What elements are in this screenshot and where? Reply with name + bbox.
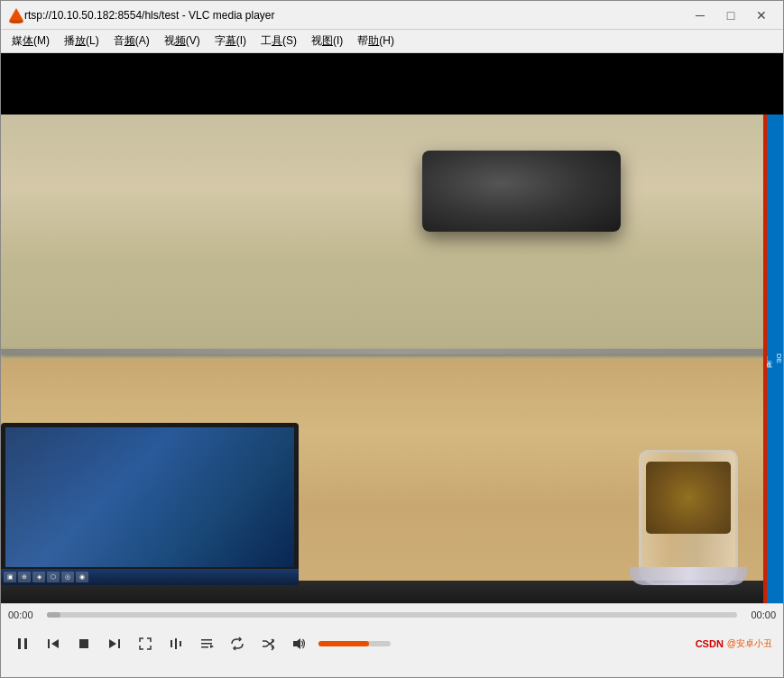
svg-rect-11 xyxy=(201,643,212,645)
menu-media[interactable]: 媒体(M) xyxy=(5,31,57,51)
menu-tools[interactable]: 工具(S) xyxy=(254,31,304,51)
taskbar-icon-3: ◈ xyxy=(32,572,45,582)
svg-rect-4 xyxy=(79,639,88,648)
taskbar-icon-2: ⊕ xyxy=(18,572,31,582)
menu-video[interactable]: 视频(V) xyxy=(157,31,208,51)
time-bar: 00:00 00:00 xyxy=(1,604,783,626)
next-button[interactable] xyxy=(100,631,129,656)
svg-rect-5 xyxy=(118,639,120,648)
svg-rect-0 xyxy=(18,638,21,649)
svg-rect-1 xyxy=(24,638,27,649)
scene-container: ▣ ⊕ ◈ ⬡ ◎ ◉ xyxy=(1,115,783,603)
restore-button[interactable]: □ xyxy=(716,5,745,25)
close-button[interactable]: ✕ xyxy=(747,5,776,25)
stop-button[interactable] xyxy=(69,631,98,656)
svg-rect-7 xyxy=(171,640,172,647)
sidebar-text: DE xyxy=(775,353,783,363)
pause-icon xyxy=(15,637,30,651)
playlist-button[interactable] xyxy=(192,631,221,656)
loop-icon xyxy=(230,637,244,651)
jar-base xyxy=(630,567,747,585)
volume-button[interactable] xyxy=(284,631,313,656)
right-sidebar: DE 正在... xyxy=(767,115,783,603)
random-button[interactable] xyxy=(254,631,282,656)
volume-slider[interactable] xyxy=(318,641,391,646)
vlc-window: rtsp://10.10.50.182:8554/hls/test - VLC … xyxy=(0,0,784,678)
top-black-bar xyxy=(1,53,783,115)
monitor-screen xyxy=(5,427,294,567)
minimize-button[interactable]: ─ xyxy=(686,5,715,25)
next-icon xyxy=(107,637,122,651)
menu-subtitle[interactable]: 字幕(I) xyxy=(208,31,254,51)
menu-audio[interactable]: 音频(A) xyxy=(106,31,157,51)
extended-icon xyxy=(169,637,183,651)
playlist-icon xyxy=(199,637,214,651)
controls-area: 00:00 00:00 xyxy=(1,603,783,677)
monitor: ▣ ⊕ ◈ ⬡ ◎ ◉ xyxy=(1,423,299,585)
jar xyxy=(630,423,747,585)
taskbar-icon-6: ◉ xyxy=(76,572,88,582)
video-area[interactable]: ▣ ⊕ ◈ ⬡ ◎ ◉ DE 正在... xyxy=(1,115,783,603)
transport-bar: CSDN @安卓小丑 xyxy=(1,626,783,662)
pause-button[interactable] xyxy=(8,631,37,656)
title-bar: rtsp://10.10.50.182:8554/hls/test - VLC … xyxy=(1,1,783,30)
vlc-icon xyxy=(8,7,24,23)
svg-rect-10 xyxy=(201,639,212,641)
prev-icon xyxy=(46,637,60,651)
progress-fill xyxy=(47,612,60,618)
time-end: 00:00 xyxy=(744,609,776,620)
fullscreen-button[interactable] xyxy=(131,631,160,656)
progress-track[interactable] xyxy=(47,612,737,618)
svg-marker-13 xyxy=(210,645,214,648)
random-icon xyxy=(261,637,275,651)
menu-view[interactable]: 视图(I) xyxy=(304,31,350,51)
menu-help[interactable]: 帮助(H) xyxy=(350,31,401,51)
loop-button[interactable] xyxy=(223,631,252,656)
time-start: 00:00 xyxy=(8,609,40,620)
volume-fill xyxy=(318,641,369,646)
menu-play[interactable]: 播放(L) xyxy=(57,31,106,51)
volume-icon xyxy=(291,637,306,651)
shelf-device xyxy=(422,151,621,232)
shelf-area xyxy=(1,115,783,359)
svg-rect-12 xyxy=(201,646,208,648)
fullscreen-icon xyxy=(138,637,152,651)
svg-rect-8 xyxy=(175,638,177,649)
csdn-watermark: CSDN @安卓小丑 xyxy=(696,637,776,650)
svg-marker-14 xyxy=(293,638,300,649)
window-controls: ─ □ ✕ xyxy=(686,5,776,25)
shelf-divider xyxy=(1,349,783,354)
monitor-taskbar: ▣ ⊕ ◈ ⬡ ◎ ◉ xyxy=(1,569,299,585)
stop-icon xyxy=(77,637,91,651)
taskbar-icon-1: ▣ xyxy=(4,572,16,582)
svg-rect-9 xyxy=(180,641,181,646)
jar-contents xyxy=(646,462,731,534)
csdn-subtext: @安卓小丑 xyxy=(727,637,772,650)
title-text: rtsp://10.10.50.182:8554/hls/test - VLC … xyxy=(24,9,686,22)
svg-marker-6 xyxy=(109,639,116,648)
svg-rect-2 xyxy=(48,639,50,648)
svg-marker-3 xyxy=(51,639,59,648)
taskbar-icon-4: ⬡ xyxy=(47,572,60,582)
menu-bar: 媒体(M) 播放(L) 音频(A) 视频(V) 字幕(I) 工具(S) 视图(I… xyxy=(1,30,783,53)
csdn-text: CSDN xyxy=(696,638,724,649)
prev-button[interactable] xyxy=(39,631,68,656)
monitor-screen-overlay xyxy=(5,427,294,567)
extended-button[interactable] xyxy=(161,631,190,656)
jar-body xyxy=(639,450,738,585)
sidebar-text2: 正在... xyxy=(767,356,773,362)
taskbar-icon-5: ◎ xyxy=(61,572,74,582)
